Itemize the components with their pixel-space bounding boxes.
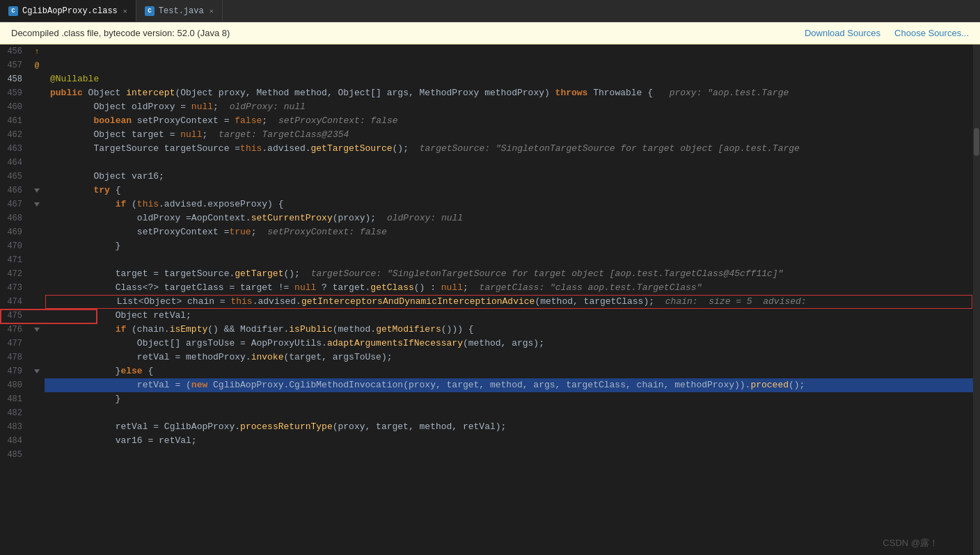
code-area: 456 457 458 459 460 461 462 463 464 465 … [0,45,980,555]
scrollbar-track[interactable] [973,45,980,555]
line-471 [45,253,973,267]
line-476: if (chain. isEmpty () && Modifier . isPu… [45,323,973,337]
line-483: retVal = CglibAopProxy . processReturnTy… [45,420,973,434]
gutter-477: 477 [0,337,25,351]
gutter-468: 468 [0,211,25,225]
gutter-478: 478 [0,351,25,364]
app-container: C CglibAopProxy.class ✕ C Test.java ✕ De… [0,0,980,555]
gutter-474: 474 [0,295,25,309]
side-459: @ [29,58,45,72]
gutter-464: 464 [0,156,25,170]
line-470: } [45,239,973,253]
gutter-466: 466 [0,184,25,198]
line-461: boolean setProxyContext = false ; setPro… [45,114,973,128]
gutter-480: 480 [0,378,25,392]
line-485 [45,448,973,462]
line-462: Object target = null ; target: TargetCla… [45,128,973,142]
gutter-479: 🍅 479 [0,364,25,378]
code-content: @Nullable public Object intercept ( Obje… [45,45,973,555]
line-464 [45,156,973,170]
line-458: @Nullable [45,72,973,86]
line-475: Object retVal; [45,309,973,323]
line-478: retVal = methodProxy. invoke (target, ar… [45,351,973,364]
info-bar-actions: Download Sources Choose Sources... [805,28,969,38]
line-467: if ( this .advised.exposeProxy) { [45,198,973,211]
gutter-471: 471 [0,253,25,267]
line-469: setProxyContext = true ; setProxyContext… [45,225,973,239]
tab-label-test: Test.java [159,6,204,16]
gutter-467: 467 [0,198,25,211]
gutter-469: 469 [0,225,25,239]
gutter-461: 461 [0,114,25,128]
side-458: ↑ [29,45,45,58]
scrollbar-thumb[interactable] [974,128,979,156]
line-456 [45,45,973,58]
gutter-484: 484 [0,434,25,448]
info-bar-text: Decompiled .class file, bytecode version… [11,28,230,38]
line-477: Object[] argsToUse = AopProxyUtils . ada… [45,337,973,351]
line-468: oldProxy = AopContext . setCurrentProxy … [45,211,973,225]
fold-466[interactable] [29,184,45,198]
gutter-457: 457 [0,58,25,72]
tab-test[interactable]: C Test.java ✕ [136,0,223,22]
side-icons: ↑ @ [29,45,45,555]
gutter-475: 475 [0,309,25,323]
line-482 [45,406,973,420]
tab-icon-test: C [145,6,155,16]
tab-cglib[interactable]: C CglibAopProxy.class ✕ [0,0,136,22]
fold-479[interactable] [29,364,45,378]
gutter-458: 458 [0,72,25,86]
gutter-483: 483 [0,420,25,434]
gutter-463: 463 [0,142,25,156]
line-479: } else { [45,364,973,378]
tab-icon-cglib: C [8,6,18,16]
fold-467[interactable] [29,198,45,211]
line-473: Class<?> targetClass = target != null ? … [45,281,973,295]
line-466: try { [45,184,973,198]
gutter-482: 482 [0,406,25,420]
line-457 [45,58,973,72]
line-460: Object oldProxy = null ; oldProxy: null [45,100,973,114]
tab-bar: C CglibAopProxy.class ✕ C Test.java ✕ [0,0,980,22]
gutter: 456 457 458 459 460 461 462 463 464 465 … [0,45,29,555]
line-459: public Object intercept ( Object proxy, … [45,86,973,100]
gutter-465: 465 [0,170,25,184]
tab-close-cglib[interactable]: ✕ [123,7,127,15]
gutter-472: 472 [0,267,25,281]
gutter-470: 470 [0,239,25,253]
download-sources-link[interactable]: Download Sources [805,28,880,38]
line-481: } [45,392,973,406]
line-484: var16 = retVal; [45,434,973,448]
gutter-476: 476 [0,323,25,337]
gutter-462: 462 [0,128,25,142]
gutter-456: 456 [0,45,25,58]
line-474: List<Object> chain = this .advised. getI… [45,295,972,309]
fold-476[interactable] [29,323,45,337]
tab-close-test[interactable]: ✕ [210,7,214,15]
gutter-473: 473 [0,281,25,295]
line-472: target = targetSource. getTarget (); tar… [45,267,973,281]
gutter-485: 485 [0,448,25,462]
info-bar: Decompiled .class file, bytecode version… [0,22,980,45]
line-463: TargetSource targetSource = this .advise… [45,142,973,156]
gutter-459: 459 [0,86,25,100]
tab-label-cglib: CglibAopProxy.class [22,6,118,16]
gutter-460: 460 [0,100,25,114]
line-480: retVal = ( new CglibAopProxy . CglibMeth… [45,378,973,392]
gutter-481: 481 [0,392,25,406]
line-465: Object var16; [45,170,973,184]
choose-sources-link[interactable]: Choose Sources... [894,28,969,38]
